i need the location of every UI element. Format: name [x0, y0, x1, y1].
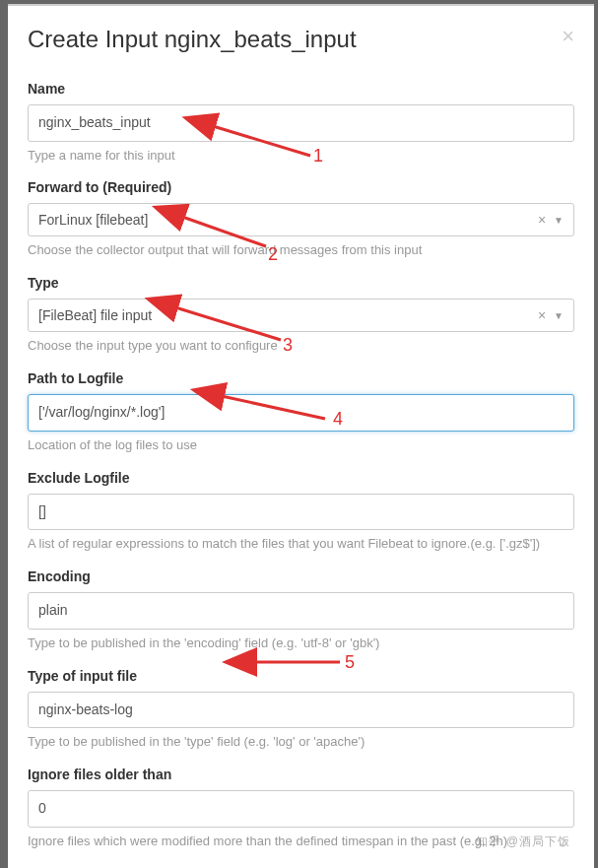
field-inputfile: Type of input file Type to be published … — [28, 668, 574, 751]
chevron-down-icon[interactable]: ▼ — [554, 215, 564, 226]
encoding-label: Encoding — [28, 568, 574, 584]
clear-icon[interactable]: × — [538, 307, 546, 323]
inputfile-label: Type of input file — [28, 668, 574, 684]
encoding-help: Type to be published in the 'encoding' f… — [28, 635, 574, 652]
type-label: Type — [28, 275, 574, 291]
inputfile-input[interactable] — [28, 692, 574, 729]
inputfile-help: Type to be published in the 'type' field… — [28, 734, 574, 751]
create-input-modal: Create Input nginx_beats_input × Name Ty… — [8, 4, 594, 868]
forward-label: Forward to (Required) — [28, 179, 574, 195]
chevron-down-icon[interactable]: ▼ — [554, 310, 564, 321]
forward-help: Choose the collector output that will fo… — [28, 242, 574, 259]
path-label: Path to Logfile — [28, 370, 574, 386]
field-exclude: Exclude Logfile A list of regular expres… — [28, 470, 574, 553]
type-help: Choose the input type you want to config… — [28, 338, 574, 355]
path-help: Location of the log files to use — [28, 437, 574, 454]
exclude-help: A list of regular expressions to match t… — [28, 536, 574, 553]
name-input[interactable] — [28, 104, 574, 142]
exclude-label: Exclude Logfile — [28, 470, 574, 486]
clear-icon[interactable]: × — [538, 212, 546, 228]
name-help: Type a name for this input — [28, 148, 574, 165]
ignore-input[interactable] — [28, 790, 574, 828]
exclude-input[interactable] — [28, 494, 574, 531]
field-encoding: Encoding Type to be published in the 'en… — [28, 568, 574, 651]
field-name: Name Type a name for this input — [28, 81, 574, 164]
field-type: Type [FileBeat] file input × ▼ Choose th… — [28, 275, 574, 355]
watermark: 知乎 @酒局下饭 — [476, 834, 570, 850]
name-label: Name — [28, 81, 574, 97]
modal-title: Create Input nginx_beats_input — [28, 26, 357, 53]
encoding-input[interactable] — [28, 592, 574, 630]
close-icon[interactable]: × — [562, 26, 574, 47]
forward-select[interactable]: ForLinux [filebeat] × ▼ — [28, 203, 574, 236]
forward-value: ForLinux [filebeat] — [38, 212, 538, 228]
field-path: Path to Logfile Location of the log file… — [28, 370, 574, 453]
field-forward: Forward to (Required) ForLinux [filebeat… — [28, 179, 574, 259]
type-select[interactable]: [FileBeat] file input × ▼ — [28, 299, 574, 332]
modal-header: Create Input nginx_beats_input × — [28, 26, 574, 53]
ignore-label: Ignore files older than — [28, 767, 574, 782]
type-value: [FileBeat] file input — [38, 307, 538, 323]
path-input[interactable] — [28, 394, 574, 432]
